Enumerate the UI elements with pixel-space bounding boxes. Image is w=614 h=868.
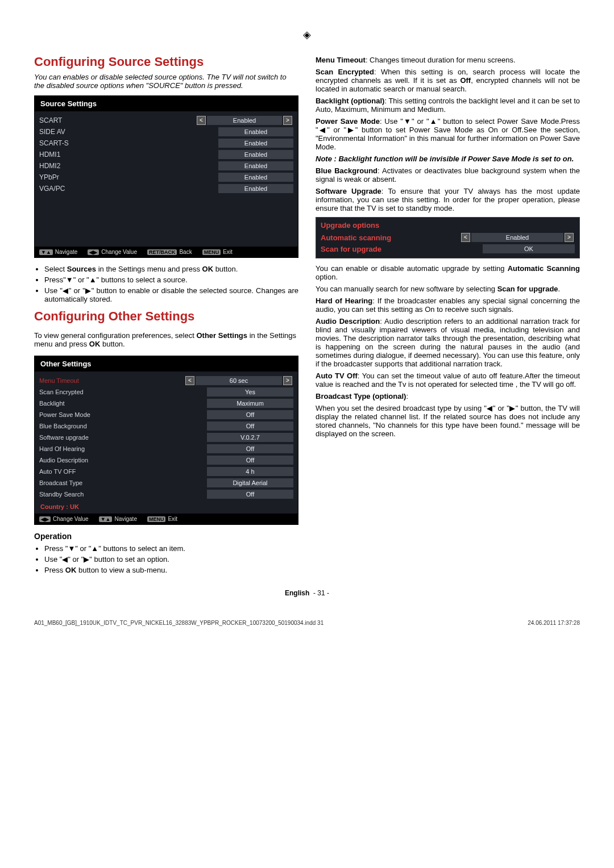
file-date: 24.06.2011 17:37:28 xyxy=(528,620,580,626)
menu-row-value: Enabled xyxy=(218,127,293,136)
source-settings-title: Source Settings xyxy=(35,96,298,111)
menu-row-value: Off xyxy=(207,410,293,419)
paragraph: When you set the desired broadcast type … xyxy=(316,404,580,438)
paragraph: Software Upgrade: To ensure that your TV… xyxy=(316,187,580,212)
menu-row-value: Enabled xyxy=(207,116,282,125)
menu-row-value: Maximum xyxy=(207,399,293,408)
arrow-left-icon[interactable]: < xyxy=(185,376,194,385)
paragraph: Broadcast Type (optional): xyxy=(316,392,580,400)
menu-row-label: SIDE AV xyxy=(39,128,218,136)
source-settings-panel: Source Settings SCART<Enabled>SIDE AVEna… xyxy=(34,95,298,258)
menu-row-label: Standby Search xyxy=(39,491,207,498)
menu-row-label: Audio Description xyxy=(39,457,207,464)
menu-row-label: Backlight xyxy=(39,400,207,407)
menu-row-label: Broadcast Type xyxy=(39,479,207,486)
menu-row-label: Automatic scanning xyxy=(321,233,460,242)
menu-row-value: Off xyxy=(207,456,293,465)
backlight-note: Note : Backlight function will be invisi… xyxy=(316,155,580,163)
menu-row-label: Auto TV OFF xyxy=(39,468,207,475)
menu-row-value: Enabled xyxy=(218,150,293,159)
menu-row[interactable]: Broadcast TypeDigital Aerial xyxy=(39,477,293,489)
page-footer: English - 31 - xyxy=(34,589,580,597)
menu-row-label: Scan for upgrade xyxy=(321,245,483,253)
other-settings-footer: ◀▶Change Value ▼▲Navigate MENUExit xyxy=(35,514,298,524)
menu-row[interactable]: Menu Timeout<60 sec> xyxy=(39,375,293,386)
menu-row-value: Enabled xyxy=(218,139,293,148)
menu-row[interactable]: Standby SearchOff xyxy=(39,489,293,500)
menu-row-value: Enabled xyxy=(218,173,293,182)
list-item: Press OK button to view a sub-menu. xyxy=(44,566,298,574)
menu-row[interactable]: Audio DescriptionOff xyxy=(39,454,293,466)
upgrade-options-title: Upgrade options xyxy=(321,221,575,229)
menu-row[interactable]: Blue BackgroundOff xyxy=(39,420,293,432)
menu-row-label: Hard Of Hearing xyxy=(39,445,207,452)
operation-list: Press "▼" or "▲" buttons to select an it… xyxy=(34,544,298,574)
menu-row-value: Off xyxy=(207,444,293,453)
menu-row-value: Yes xyxy=(207,387,293,397)
menu-row-value: Enabled xyxy=(218,161,293,170)
source-instructions-list: Select Sources in the Settings menu and … xyxy=(34,265,298,303)
menu-row[interactable]: Scan EncryptedYes xyxy=(39,386,293,398)
menu-row[interactable]: Software upgradeV.0.2.7 xyxy=(39,432,293,443)
menu-row-value: 60 sec xyxy=(196,376,282,385)
menu-row-value: OK xyxy=(483,244,575,253)
heading-other-settings: Configuring Other Settings xyxy=(34,309,298,324)
menu-row[interactable]: SIDE AVEnabled xyxy=(39,126,293,137)
arrow-left-icon[interactable]: < xyxy=(197,116,206,125)
paragraph: You can enable or disable automatic upgr… xyxy=(316,264,580,281)
arrow-right-icon[interactable]: > xyxy=(283,376,292,385)
heading-source-settings: Configuring Source Settings xyxy=(34,55,298,69)
arrow-right-icon[interactable]: > xyxy=(565,233,574,242)
menu-row-label: VGA/PC xyxy=(39,185,218,193)
menu-row-label: SCART-S xyxy=(39,139,218,147)
operation-heading: Operation xyxy=(34,532,298,541)
menu-row[interactable]: Auto TV OFF4 h xyxy=(39,466,293,477)
arrow-right-icon[interactable]: > xyxy=(283,116,292,125)
menu-row-label: Scan Encrypted xyxy=(39,389,207,395)
menu-row-value: Enabled xyxy=(218,184,293,193)
file-footer: A01_MB60_[GB]_1910UK_IDTV_TC_PVR_NICKEL1… xyxy=(34,620,580,626)
menu-row[interactable]: SCART-SEnabled xyxy=(39,137,293,149)
menu-row[interactable]: Automatic scanning<Enabled> xyxy=(321,232,575,243)
menu-row[interactable]: Scan for upgradeOK xyxy=(321,243,575,254)
menu-row-value: V.0.2.7 xyxy=(207,433,293,442)
menu-row-label: Software upgrade xyxy=(39,434,207,441)
other-settings-country: Country : UK xyxy=(35,501,298,514)
paragraph: Audio Description: Audio description ref… xyxy=(316,317,580,368)
left-column: Configuring Source Settings You can enab… xyxy=(34,52,298,580)
paragraph: You can manually search for new software… xyxy=(316,285,580,293)
list-item: Select Sources in the Settings menu and … xyxy=(44,265,298,273)
paragraph: Blue Background: Activates or deactivate… xyxy=(316,166,580,183)
intro-source-settings: You can enables or disable selected sour… xyxy=(34,73,298,90)
menu-row[interactable]: SCART<Enabled> xyxy=(39,115,293,126)
menu-row-value: Enabled xyxy=(471,233,563,242)
two-column-layout: Configuring Source Settings You can enab… xyxy=(34,52,580,580)
file-name: A01_MB60_[GB]_1910UK_IDTV_TC_PVR_NICKEL1… xyxy=(34,620,323,626)
upgrade-options-panel: Upgrade options Automatic scanning<Enabl… xyxy=(316,217,580,258)
source-settings-footer: ▼▲Navigate ◀▶Change Value RET/BACKBack M… xyxy=(35,247,298,257)
menu-row-label: SCART xyxy=(39,116,196,124)
menu-row[interactable]: Power Save ModeOff xyxy=(39,409,293,420)
menu-row-value: Off xyxy=(207,422,293,431)
menu-row[interactable]: VGA/PCEnabled xyxy=(39,183,293,194)
menu-row[interactable]: HDMI2Enabled xyxy=(39,160,293,172)
paragraph: Power Save Mode: Use "▼" or "▲" button t… xyxy=(316,117,580,151)
menu-row-label: HDMI1 xyxy=(39,151,218,158)
other-settings-title: Other Settings xyxy=(35,356,298,372)
arrow-left-icon[interactable]: < xyxy=(461,233,470,242)
menu-row[interactable]: BacklightMaximum xyxy=(39,398,293,409)
registration-mark-top: ◈ xyxy=(34,28,580,41)
menu-row[interactable]: YPbPrEnabled xyxy=(39,172,293,183)
menu-row-value: Digital Aerial xyxy=(207,478,293,487)
menu-row[interactable]: HDMI1Enabled xyxy=(39,149,293,160)
paragraph: Hard of Hearing: If the broadcaster enab… xyxy=(316,297,580,314)
paragraph: Backlight (optional): This setting contr… xyxy=(316,97,580,114)
menu-row-label: Blue Background xyxy=(39,423,207,429)
list-item: Use "◀" or "▶" button to set an option. xyxy=(44,555,298,564)
menu-row-value: Off xyxy=(207,490,293,499)
other-settings-panel: Other Settings Menu Timeout<60 sec>Scan … xyxy=(34,356,298,525)
menu-row[interactable]: Hard Of HearingOff xyxy=(39,443,293,454)
menu-row-label: HDMI2 xyxy=(39,162,218,170)
list-item: Press "▼" or "▲" buttons to select an it… xyxy=(44,544,298,553)
menu-row-label: Menu Timeout xyxy=(39,377,184,384)
